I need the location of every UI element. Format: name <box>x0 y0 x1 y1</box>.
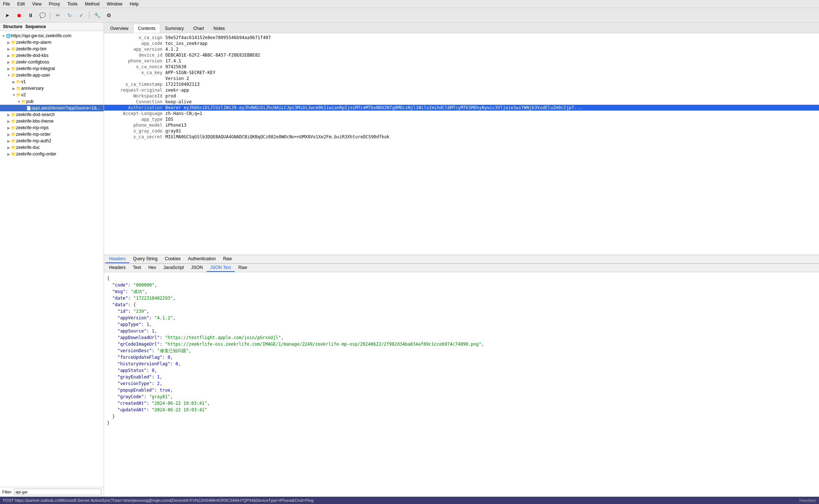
tree-item-2[interactable]: ▶📁 zeekrife-mp-bnr <box>0 46 104 52</box>
json-content: { "code": "000000", "msg": "成功", "date":… <box>107 275 816 426</box>
tree-item-6c[interactable]: ▼📁 v2 <box>0 92 104 98</box>
tree-item-label: zeekrife-mp-integral <box>16 66 55 71</box>
tree-item-8[interactable]: ▶📁 zeekrife-bbs-theme <box>0 118 104 124</box>
header-row: request-originalzeekr-app <box>104 87 819 93</box>
toolbar-record[interactable]: ⏺ <box>14 10 24 20</box>
resp-sub-tab-javascript[interactable]: JavaScript <box>160 264 188 272</box>
tab-overview[interactable]: Overview <box>105 24 133 33</box>
sub-tab-authentication[interactable]: Authentication <box>184 255 219 263</box>
tree-item-6a[interactable]: ▶📁 v1 <box>0 78 104 85</box>
header-key: x_ca_sign <box>107 35 165 40</box>
sub-tab-cookies[interactable]: Cookies <box>161 255 184 263</box>
resp-sub-tab-hex[interactable]: Hex <box>145 264 159 272</box>
toolbar-tools[interactable]: 🔧 <box>92 10 102 20</box>
toolbar-intercept[interactable]: 💬 <box>37 10 47 20</box>
toolbar-sep-1 <box>50 12 50 19</box>
header-key: app_code <box>107 41 165 46</box>
menu-edit[interactable]: Edit <box>16 1 26 7</box>
expand-icon: ▼ <box>7 73 11 77</box>
statusbar-url: POST https://partner.outlook.cn/Microsof… <box>3 498 799 503</box>
content-area: OverviewContentsSummaryChartNotes x_ca_s… <box>104 23 819 497</box>
tab-contents[interactable]: Contents <box>133 24 160 33</box>
menu-help[interactable]: Help <box>128 1 140 7</box>
folder-icon: 📁 <box>11 126 16 130</box>
tab-chart[interactable]: Chart <box>188 24 208 33</box>
tree-item-10[interactable]: ▶📁 zeekrife-mp-order <box>0 131 104 138</box>
resp-sub-tab-json[interactable]: JSON <box>188 264 207 272</box>
sidebar-structure-tab[interactable]: Structure <box>3 24 22 29</box>
resp-sub-tab-raw[interactable]: Raw <box>235 264 251 272</box>
menu-file[interactable]: File <box>1 1 11 7</box>
resp-sub-tab-headers[interactable]: Headers <box>105 264 129 272</box>
tree-item-13[interactable]: ▶📁 zeekrife-config-order <box>0 151 104 157</box>
folder-icon: 📁 <box>11 112 16 117</box>
tree-item-5[interactable]: ▶📁 zeekrife-mp-integral <box>0 65 104 72</box>
tree-item-1[interactable]: ▶📁 zeekrife-mp-alarm <box>0 39 104 46</box>
menu-view[interactable]: View <box>31 1 43 7</box>
folder-icon: 📁 <box>11 60 16 65</box>
folder-icon: 🌐 <box>6 34 11 38</box>
sub-tab-headers[interactable]: Headers <box>105 255 129 263</box>
header-value: toc_ios_zeekrapp <box>165 41 816 46</box>
tree-item-6b[interactable]: ▶📁 anniversary <box>0 85 104 92</box>
tree-item-root[interactable]: ▼🌐 https://api-gw-toc.zeekrlife.com <box>0 32 104 39</box>
tree-item-label: zeekrife-mp-auth2 <box>16 138 51 143</box>
sidebar-sequence-tab[interactable]: Sequence <box>25 24 46 29</box>
header-key: request-original <box>107 88 165 93</box>
menu-window[interactable]: Window <box>105 1 124 7</box>
toolbar-check[interactable]: ✓ <box>76 10 86 20</box>
header-row: WorkspaceIdprod <box>104 93 819 99</box>
toolbar-pause[interactable]: ⏸ <box>26 10 36 20</box>
tree-item-6[interactable]: ▼📁 zeekrife-app-user <box>0 72 104 78</box>
tree-item-7[interactable]: ▶📁 zeekrife-dod-search <box>0 111 104 118</box>
folder-icon: 📁 <box>11 47 16 51</box>
expand-icon: ▶ <box>7 67 11 71</box>
tab-summary[interactable]: Summary <box>160 24 188 33</box>
sub-tab-query-string[interactable]: Query String <box>129 255 161 263</box>
tree-item-11[interactable]: ▶📁 zeekrife-mp-auth2 <box>0 138 104 144</box>
header-value: 59e52f4ac614152e8ee78095546b94aa9b71f407 <box>165 35 816 40</box>
resp-sub-tab-text[interactable]: Text <box>129 264 145 272</box>
menu-proxy[interactable]: Proxy <box>47 1 62 7</box>
tree-item-6c1[interactable]: ▼📁 pub <box>0 98 104 105</box>
toolbar-refresh[interactable]: ↻ <box>65 10 75 20</box>
header-row: Connectionkeep-alive <box>104 99 819 105</box>
main-layout: Structure Sequence ▼🌐 https://api-gw-toc… <box>0 23 819 497</box>
menu-tools[interactable]: Tools <box>66 1 79 7</box>
request-sub-tabs: HeadersQuery StringCookiesAuthentication… <box>104 255 819 263</box>
expand-icon: ▶ <box>7 152 11 156</box>
folder-icon: 📁 <box>16 93 21 97</box>
toolbar-arrow[interactable]: ➤ <box>2 10 12 20</box>
header-value: 1722310402113 <box>165 82 816 87</box>
tree-item-label: anniversary <box>21 86 44 91</box>
request-panel: x_ca_sign59e52f4ac614152e8ee78095546b94a… <box>104 33 819 255</box>
tree-item-9[interactable]: ▶📁 zeekrife-mp-mps <box>0 124 104 131</box>
menu-method[interactable]: Method <box>84 1 101 7</box>
tree-item-label: zeekrife-duc <box>16 145 40 150</box>
resp-sub-tab-json-text[interactable]: JSON Text <box>207 264 235 272</box>
expand-icon: ▶ <box>7 126 11 130</box>
header-row: Version 2 <box>104 76 819 81</box>
sidebar: Structure Sequence ▼🌐 https://api-gw-toc… <box>0 23 104 497</box>
tree-item-label: zeekrife-mp-order <box>16 132 51 137</box>
tree-item-6c1a[interactable]: 📄 appLatestVersion?appSource=1&... <box>0 105 104 111</box>
tab-notes[interactable]: Notes <box>209 24 230 33</box>
sidebar-tree: ▼🌐 https://api-gw-toc.zeekrlife.com▶📁 ze… <box>0 31 104 487</box>
sub-tab-raw[interactable]: Raw <box>219 255 235 263</box>
header-row: app_version4.1.2 <box>104 46 819 52</box>
response-sub-tabs: HeadersTextHexJavaScriptJSONJSON TextRaw <box>104 263 819 272</box>
toolbar-edit[interactable]: ✏ <box>53 10 63 20</box>
header-key: device_id <box>107 53 165 58</box>
tree-item-4[interactable]: ▶📁 zeekr-configboss <box>0 59 104 65</box>
tree-item-label: zeekrife-config-order <box>16 151 56 157</box>
statusbar: POST https://partner.outlook.cn/Microsof… <box>0 497 819 504</box>
expand-icon: ▶ <box>7 146 11 150</box>
tree-item-3[interactable]: ▶📁 zeekrife-dod-kbs <box>0 52 104 59</box>
folder-icon: 📁 <box>16 80 21 84</box>
folder-icon: 📁 <box>21 99 26 104</box>
toolbar-settings[interactable]: ⚙ <box>104 10 114 20</box>
header-value: zeekr-app <box>165 88 816 93</box>
filter-input[interactable] <box>14 489 102 495</box>
header-value: APP-SIGN-SECRET-KEY <box>165 70 816 75</box>
tree-item-12[interactable]: ▶📁 zeekrife-duc <box>0 144 104 151</box>
